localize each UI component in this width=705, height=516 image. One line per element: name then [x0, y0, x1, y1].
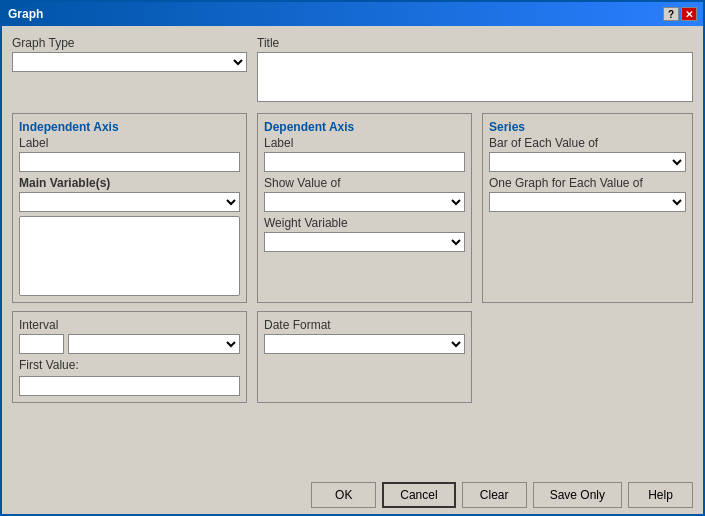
- weight-variable-label: Weight Variable: [264, 216, 465, 230]
- graph-type-label: Graph Type: [12, 36, 247, 50]
- first-value-label: First Value:: [19, 358, 240, 372]
- bar-each-label: Bar of Each Value of: [489, 136, 686, 150]
- button-row: OK Cancel Clear Save Only Help: [2, 476, 703, 514]
- graph-dialog: Graph ? ✕ Graph Type Title: [0, 0, 705, 516]
- independent-axis-label-input[interactable]: [19, 152, 240, 172]
- series-section-label: Series: [489, 120, 686, 134]
- dependent-axis-section-label: Dependent Axis: [264, 120, 465, 134]
- help-title-button[interactable]: ?: [663, 7, 679, 21]
- clear-button[interactable]: Clear: [462, 482, 527, 508]
- ok-button[interactable]: OK: [311, 482, 376, 508]
- interval-inputs: [19, 334, 240, 354]
- title-bar: Graph ? ✕: [2, 2, 703, 26]
- show-value-label: Show Value of: [264, 176, 465, 190]
- middle-row: Independent Axis Label Main Variable(s) …: [12, 113, 693, 303]
- interval-box: Interval First Value:: [12, 311, 247, 403]
- bottom-row: Interval First Value: Date Format: [12, 311, 693, 403]
- interval-type-select[interactable]: [68, 334, 240, 354]
- title-bar-buttons: ? ✕: [663, 7, 697, 21]
- main-variables-select[interactable]: [19, 192, 240, 212]
- series-box: Series Bar of Each Value of One Graph fo…: [482, 113, 693, 303]
- interval-num-input[interactable]: [19, 334, 64, 354]
- cancel-button[interactable]: Cancel: [382, 482, 455, 508]
- one-graph-select[interactable]: [489, 192, 686, 212]
- first-value-input[interactable]: [19, 376, 240, 396]
- one-graph-label: One Graph for Each Value of: [489, 176, 686, 190]
- dependent-axis-label-label: Label: [264, 136, 465, 150]
- dependent-axis-label-input[interactable]: [264, 152, 465, 172]
- weight-variable-select[interactable]: [264, 232, 465, 252]
- main-variables-label: Main Variable(s): [19, 176, 240, 190]
- interval-label: Interval: [19, 318, 240, 332]
- date-format-label: Date Format: [264, 318, 465, 332]
- graph-type-section: Graph Type: [12, 36, 247, 105]
- dialog-title: Graph: [8, 7, 43, 21]
- title-input[interactable]: [257, 52, 693, 102]
- title-section: Title: [257, 36, 693, 105]
- main-variables-listbox[interactable]: [19, 216, 240, 296]
- save-only-button[interactable]: Save Only: [533, 482, 622, 508]
- help-button[interactable]: Help: [628, 482, 693, 508]
- date-format-select[interactable]: [264, 334, 465, 354]
- dependent-axis-box: Dependent Axis Label Show Value of Weigh…: [257, 113, 472, 303]
- title-field-label: Title: [257, 36, 693, 50]
- close-title-button[interactable]: ✕: [681, 7, 697, 21]
- top-row: Graph Type Title: [12, 36, 693, 105]
- independent-axis-section-label: Independent Axis: [19, 120, 240, 134]
- bar-each-select[interactable]: [489, 152, 686, 172]
- independent-axis-box: Independent Axis Label Main Variable(s): [12, 113, 247, 303]
- independent-axis-label-label: Label: [19, 136, 240, 150]
- graph-type-select-container: [12, 52, 247, 72]
- show-value-select[interactable]: [264, 192, 465, 212]
- date-format-box: Date Format: [257, 311, 472, 403]
- graph-type-select[interactable]: [12, 52, 247, 72]
- content-area: Graph Type Title Independent Axis Label …: [2, 26, 703, 476]
